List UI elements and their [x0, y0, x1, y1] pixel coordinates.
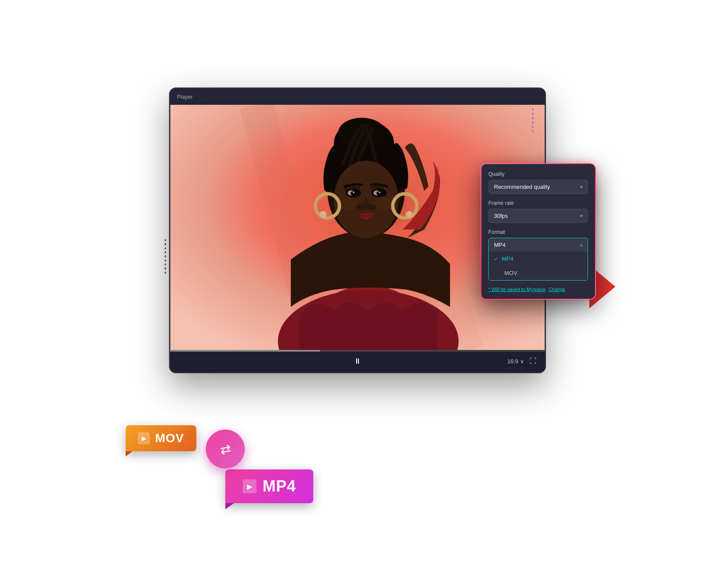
arrows-icon: ⇄ — [219, 441, 232, 458]
svg-point-20 — [379, 192, 380, 194]
svg-point-22 — [367, 204, 376, 210]
mp4-badge: ▶ MP4 — [225, 469, 313, 503]
frame-rate-chevron-icon: ▾ — [580, 213, 582, 218]
play-pause-button[interactable]: ⏸ — [351, 354, 364, 368]
mov-badge-label: MOV — [155, 431, 184, 445]
svg-point-17 — [351, 191, 355, 196]
player-title: Player — [177, 94, 193, 100]
quality-value: Recommended quality — [494, 184, 550, 190]
frame-rate-dropdown[interactable]: 30fps ▾ — [488, 209, 588, 223]
timeline-bar[interactable] — [170, 350, 545, 352]
svg-point-21 — [356, 204, 365, 210]
quality-dropdown[interactable]: Recommended quality ▾ — [488, 180, 588, 194]
format-header[interactable]: MP4 ▴ — [489, 238, 588, 252]
svg-point-26 — [406, 211, 413, 218]
format-option-mov[interactable]: MOV — [489, 266, 588, 280]
side-ticks-left — [162, 239, 168, 274]
svg-point-11 — [340, 197, 358, 210]
change-link[interactable]: Change — [549, 287, 566, 292]
format-chevron-icon: ▴ — [580, 242, 582, 247]
mov-badge-icon: ▶ — [138, 432, 150, 444]
player-titlebar: Player — [170, 88, 545, 105]
svg-point-12 — [375, 197, 392, 210]
format-option-mp4[interactable]: ✓ MP4 — [489, 252, 588, 266]
mov-badge: ▶ MOV — [126, 425, 196, 451]
quality-panel: Quality Recommended quality ▾ Frame rate… — [481, 164, 595, 299]
convert-icon[interactable]: ⇄ — [206, 430, 245, 469]
svg-point-18 — [377, 191, 381, 196]
quality-section: Quality Recommended quality ▾ — [488, 171, 588, 194]
frame-rate-value: 30fps — [494, 213, 508, 219]
frame-rate-section: Frame rate 30fps ▾ — [488, 200, 588, 223]
format-option-mov-label: MOV — [504, 270, 517, 276]
format-section: Format MP4 ▴ ✓ MP4 MOV — [488, 229, 588, 281]
mp4-badge-label: MP4 — [263, 477, 296, 495]
quality-chevron-icon: ▾ — [580, 184, 582, 189]
mp4-badge-icon: ▶ — [243, 479, 257, 493]
frame-rate-label: Frame rate — [488, 200, 588, 206]
format-dropdown[interactable]: MP4 ▴ ✓ MP4 MOV — [488, 238, 588, 281]
player-controls: ⏸ 16:9 ∨ ⛶ — [170, 350, 545, 372]
quality-label: Quality — [488, 171, 588, 177]
fullscreen-button[interactable]: ⛶ — [530, 357, 536, 365]
format-options-list: ✓ MP4 MOV — [489, 252, 588, 280]
aspect-ratio-button[interactable]: 16:9 ∨ — [507, 358, 524, 365]
format-label: Format — [488, 229, 588, 235]
timeline-progress — [170, 350, 320, 352]
svg-point-19 — [353, 192, 354, 194]
quality-panel-wrapper: Quality Recommended quality ▾ Frame rate… — [481, 163, 596, 300]
format-selected-value: MP4 — [494, 242, 506, 248]
svg-point-25 — [320, 211, 327, 218]
save-note: * Will be saved to Myspace Change — [488, 287, 588, 292]
side-ticks-mp4 — [530, 108, 535, 143]
format-option-mp4-label: MP4 — [502, 255, 514, 262]
check-icon: ✓ — [494, 256, 498, 262]
controls-right: 16:9 ∨ ⛶ — [507, 357, 536, 365]
mov-badge-tail — [126, 451, 133, 456]
mp4-badge-tail — [225, 503, 234, 509]
